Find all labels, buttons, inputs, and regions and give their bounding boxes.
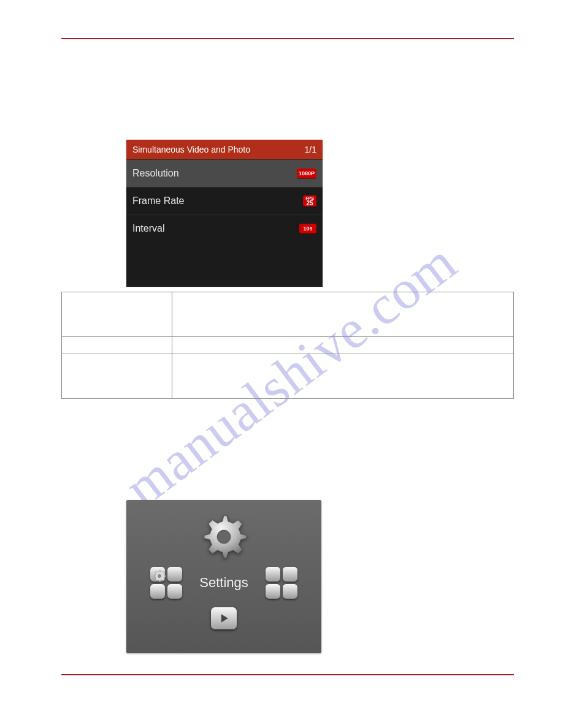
table-cell: [62, 354, 172, 399]
menu-row-resolution[interactable]: Resolution 1080P: [126, 159, 323, 187]
svg-marker-2: [221, 614, 228, 622]
menu-row-label: Frame Rate: [132, 195, 184, 207]
device-carousel-screenshot: Settings: [126, 500, 321, 653]
fps-value: 25: [306, 200, 313, 207]
menu-row-interval[interactable]: Interval 10s: [126, 214, 323, 242]
device-menu-title: Simultaneous Video and Photo: [132, 145, 250, 154]
resolution-badge: 1080P: [297, 169, 316, 178]
table-row: [62, 354, 514, 399]
device-menu-header: Simultaneous Video and Photo 1/1: [126, 140, 323, 159]
table-cell: [172, 337, 514, 354]
table-cell: [172, 292, 514, 337]
carousel-left-tiles[interactable]: [150, 567, 182, 599]
settings-description-table: [61, 292, 514, 399]
play-button[interactable]: [211, 607, 237, 629]
menu-row-label: Resolution: [132, 168, 179, 179]
page-top-rule: [61, 38, 514, 39]
svg-point-1: [158, 574, 161, 577]
page-bottom-rule: [61, 674, 514, 675]
carousel-right-tiles[interactable]: [266, 567, 297, 599]
table-cell: [62, 292, 172, 337]
carousel-center-label: Settings: [199, 575, 248, 591]
table-cell: [172, 354, 514, 399]
menu-row-label: Interval: [132, 223, 164, 234]
fps-badge: FPS 25: [303, 195, 316, 207]
device-menu-page-indicator: 1/1: [305, 145, 316, 154]
mini-gear-icon: [153, 569, 166, 583]
table-cell: [62, 337, 172, 354]
svg-point-0: [217, 530, 231, 544]
menu-row-framerate[interactable]: Frame Rate FPS 25: [126, 187, 323, 214]
play-icon: [218, 612, 230, 624]
gear-icon: [200, 513, 248, 561]
interval-badge: 10s: [299, 224, 316, 233]
table-row: [62, 292, 514, 337]
device-menu-screenshot: Simultaneous Video and Photo 1/1 Resolut…: [126, 140, 323, 287]
table-row: [62, 337, 514, 354]
